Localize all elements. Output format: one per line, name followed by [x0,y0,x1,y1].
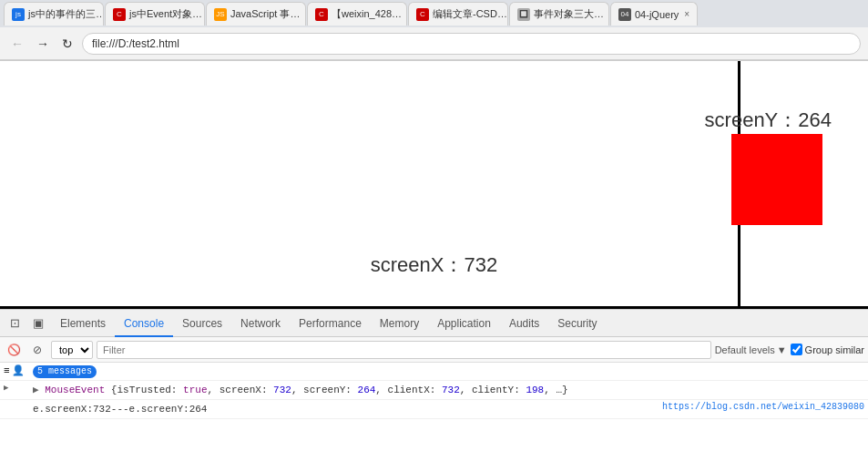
tab-favicon-2: C [113,8,126,21]
tab-bar: js js中的事件的三… × C js中Event对象… × JS JavaSc… [0,0,868,27]
tab-console[interactable]: Console [115,310,173,337]
tab-label-1: js中的事件的三… [28,7,104,21]
tab-favicon-1: js [12,8,25,21]
tab-label-2: js中Event对象… [129,7,202,21]
tab-favicon-3: JS [214,8,227,21]
devtools-tab-bar: ⊡ ▣ Elements Console Sources Network Per… [0,310,868,337]
tab-memory[interactable]: Memory [371,310,428,337]
refresh-button[interactable]: ↻ [58,35,77,53]
message-count-badge: 5 messages [33,365,97,378]
levels-dropdown-icon[interactable]: ▼ [777,344,787,355]
tab-js-events-1[interactable]: js js中的事件的三… × [4,2,104,26]
tab-performance[interactable]: Performance [290,310,371,337]
list-icon: ≡ [4,365,10,376]
tab-js-events-2[interactable]: C js中Event对象… × [105,2,205,26]
context-selector[interactable]: top [51,341,93,359]
stop-on-exception-button[interactable]: ⊘ [27,340,47,360]
url-bar[interactable] [82,33,861,55]
tab-label-5: 编辑文章-CSD… [433,7,507,21]
tab-js-events-4[interactable]: C 【weixin_428… × [307,2,407,26]
tab-label-6: 事件对象三大… [534,7,604,21]
console-source-link[interactable]: https://blog.csdn.net/weixin_42839080 [662,402,864,412]
tab-close-7[interactable]: × [684,9,689,19]
console-message-2: e.screenX:732---e.screenY:264 [33,402,659,416]
tab-label-3: JavaScript 事… [230,7,300,21]
filter-input[interactable] [97,341,711,359]
console-toolbar: 🚫 ⊘ top Default levels ▼ Group similar [0,337,868,363]
tab-label-4: 【weixin_428… [332,7,402,21]
row-icons-2: ▶ [4,383,33,393]
screen-y-display: screenY：264 [705,107,832,134]
expand-arrow-icon[interactable]: ▶ [4,383,8,393]
row-icons: ≡ 👤 [4,364,33,376]
tab-js-events-5[interactable]: C 编辑文章-CSD… × [408,2,508,26]
tab-network[interactable]: Network [231,310,290,337]
address-bar: ← → ↻ [0,27,868,60]
page-content: screenY：264 screenX：732 [0,61,868,309]
forward-button[interactable]: → [33,35,53,53]
console-row: ≡ 👤 5 messages [0,363,868,381]
default-levels-group: Default levels ▼ [715,344,787,355]
console-row: ▶ ▶ MouseEvent {isTrusted: true, screenX… [0,381,868,400]
browser-chrome: js js中的事件的三… × C js中Event对象… × JS JavaSc… [0,0,868,61]
group-similar-label: Group similar [791,344,864,355]
console-message-1: ▶ MouseEvent {isTrusted: true, screenX: … [33,383,864,397]
tab-security[interactable]: Security [548,310,606,337]
devtools-select-icon[interactable]: ⊡ [4,313,26,334]
user-icon: 👤 [12,364,25,376]
group-similar-checkbox[interactable] [791,344,802,355]
tab-js-events-6[interactable]: 🔲 事件对象三大… × [509,2,609,26]
group-similar-text: Group similar [805,344,864,355]
tab-sources[interactable]: Sources [173,310,231,337]
tab-favicon-7: 04 [618,8,631,21]
screen-x-display: screenX：732 [371,251,497,279]
clear-console-button[interactable]: 🚫 [4,340,24,360]
default-levels-label: Default levels [715,344,775,355]
back-button[interactable]: ← [7,35,27,53]
tab-audits[interactable]: Audits [500,310,548,337]
devtools-panel: ⊡ ▣ Elements Console Sources Network Per… [0,309,868,467]
console-row: e.screenX:732---e.screenY:264 https://bl… [0,400,868,419]
tab-favicon-6: 🔲 [517,8,530,21]
tab-js-events-3[interactable]: JS JavaScript 事… × [206,2,306,26]
tab-favicon-4: C [315,8,328,21]
devtools-device-icon[interactable]: ▣ [27,313,49,334]
tab-favicon-5: C [416,8,429,21]
tab-close-3[interactable]: × [305,9,306,19]
console-output: ≡ 👤 5 messages ▶ ▶ MouseEvent {isTrusted… [0,363,868,468]
tab-elements[interactable]: Elements [51,310,115,337]
tab-label-7: 04-jQuery [635,9,679,20]
tab-js-events-7[interactable]: 04 04-jQuery × [610,2,698,26]
tab-application[interactable]: Application [428,310,500,337]
red-box [731,134,822,225]
